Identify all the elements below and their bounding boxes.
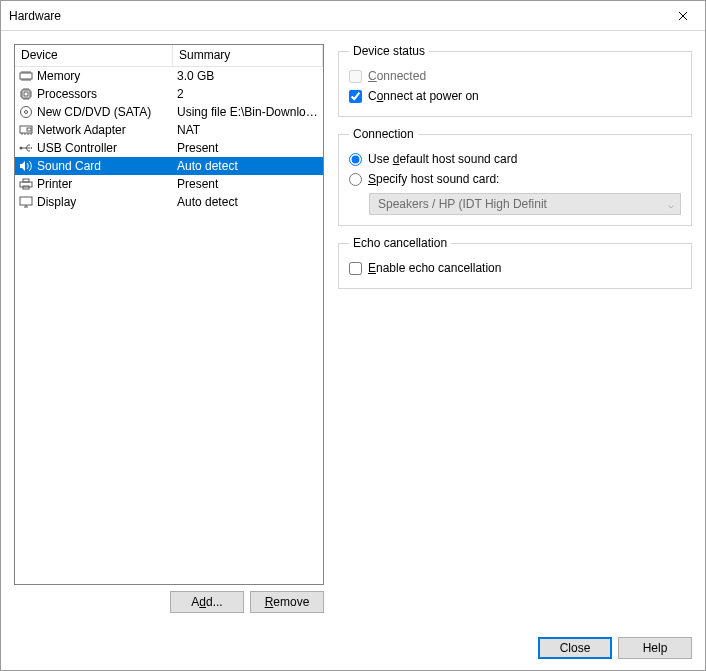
device-row[interactable]: Sound CardAuto detect [15, 157, 323, 175]
device-row[interactable]: New CD/DVD (SATA)Using file E:\Bin-Downl… [15, 103, 323, 121]
device-list-header: Device Summary [15, 45, 323, 67]
close-icon[interactable] [660, 1, 705, 30]
nic-icon [17, 122, 35, 138]
echo-group: Echo cancellation Enable echo cancellati… [338, 236, 692, 289]
device-summary: Present [173, 141, 323, 155]
printer-icon [17, 176, 35, 192]
remove-button[interactable]: Remove [250, 591, 324, 613]
connection-group: Connection Use default host sound card S… [338, 127, 692, 226]
use-default-radio[interactable] [349, 153, 362, 166]
device-row[interactable]: Network AdapterNAT [15, 121, 323, 139]
device-summary: Using file E:\Bin-Downloads\li... [173, 105, 323, 119]
window-title: Hardware [9, 9, 660, 23]
connected-checkbox-row: Connected [349, 66, 681, 86]
connect-at-poweron-row[interactable]: Connect at power on [349, 86, 681, 106]
device-name: Network Adapter [35, 123, 173, 137]
device-status-group: Device status Connected Connect at power… [338, 44, 692, 117]
device-row[interactable]: Processors2 [15, 85, 323, 103]
svg-point-4 [25, 111, 28, 114]
cpu-icon [17, 86, 35, 102]
device-summary: Auto detect [173, 159, 323, 173]
device-summary: NAT [173, 123, 323, 137]
device-row[interactable]: Memory3.0 GB [15, 67, 323, 85]
device-list[interactable]: Device Summary Memory3.0 GBProcessors2Ne… [14, 44, 324, 585]
svg-rect-9 [23, 179, 29, 182]
device-row[interactable]: PrinterPresent [15, 175, 323, 193]
device-name: Display [35, 195, 173, 209]
close-button[interactable]: Close [538, 637, 612, 659]
echo-checkbox-row[interactable]: Enable echo cancellation [349, 258, 681, 278]
svg-rect-1 [22, 90, 30, 98]
device-summary: Auto detect [173, 195, 323, 209]
device-summary: 2 [173, 87, 323, 101]
display-icon [17, 194, 35, 210]
echo-legend: Echo cancellation [349, 236, 451, 250]
svg-rect-0 [20, 73, 32, 79]
chevron-down-icon: ⌵ [668, 199, 674, 210]
device-name: Sound Card [35, 159, 173, 173]
device-summary: 3.0 GB [173, 69, 323, 83]
connection-legend: Connection [349, 127, 418, 141]
specify-radio[interactable] [349, 173, 362, 186]
echo-checkbox[interactable] [349, 262, 362, 275]
column-device[interactable]: Device [15, 45, 173, 66]
device-name: USB Controller [35, 141, 173, 155]
device-status-legend: Device status [349, 44, 429, 58]
svg-point-3 [21, 107, 32, 118]
device-name: Processors [35, 87, 173, 101]
device-name: Printer [35, 177, 173, 191]
usb-icon [17, 140, 35, 156]
device-name: Memory [35, 69, 173, 83]
svg-rect-11 [20, 197, 32, 205]
titlebar: Hardware [1, 1, 705, 31]
device-row[interactable]: USB ControllerPresent [15, 139, 323, 157]
help-button[interactable]: Help [618, 637, 692, 659]
svg-rect-6 [27, 128, 31, 131]
column-summary[interactable]: Summary [173, 45, 323, 66]
combo-value: Speakers / HP (IDT High Definit [378, 197, 547, 211]
svg-rect-5 [20, 126, 32, 133]
device-name: New CD/DVD (SATA) [35, 105, 173, 119]
host-sound-card-combo: Speakers / HP (IDT High Definit ⌵ [369, 193, 681, 215]
specify-radio-row[interactable]: Specify host sound card: [349, 169, 681, 189]
connect-at-poweron-checkbox[interactable] [349, 90, 362, 103]
sound-icon [17, 158, 35, 174]
svg-rect-2 [24, 92, 28, 96]
device-row[interactable]: DisplayAuto detect [15, 193, 323, 211]
use-default-radio-row[interactable]: Use default host sound card [349, 149, 681, 169]
add-button[interactable]: Add... [170, 591, 244, 613]
disc-icon [17, 104, 35, 120]
memory-icon [17, 68, 35, 84]
connected-checkbox [349, 70, 362, 83]
device-summary: Present [173, 177, 323, 191]
